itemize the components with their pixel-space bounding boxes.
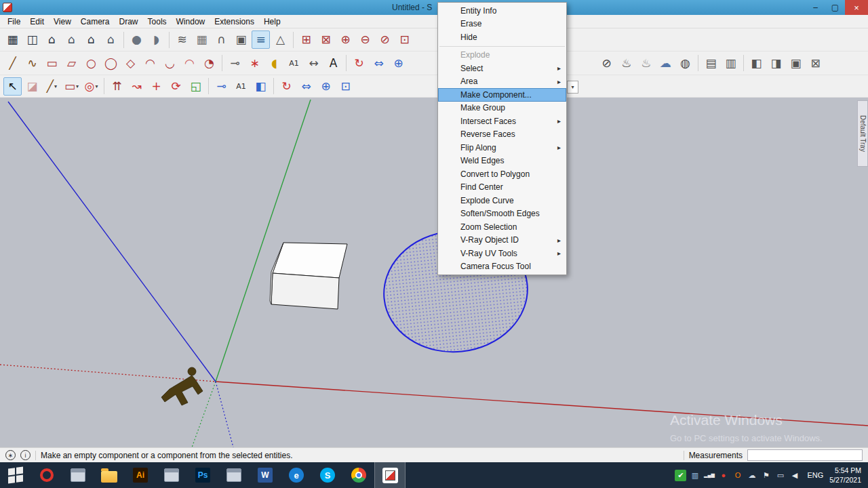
3d-warehouse-button[interactable]: ▦ (3, 30, 22, 49)
vray-lens-button[interactable]: ▣ (787, 54, 805, 73)
context-item-zoom-selection[interactable]: Zoom Selection (438, 220, 566, 234)
context-item-camera-focus-tool[interactable]: Camera Focus Tool (438, 260, 566, 274)
solid-subtract-button[interactable]: ⊖ (356, 30, 374, 49)
circle-tool-button[interactable]: ○ (82, 54, 100, 73)
language-indicator[interactable]: ENG (807, 471, 823, 479)
opera-taskbar-icon[interactable] (31, 462, 62, 488)
three-point-arc-button[interactable]: ◠ (180, 54, 199, 73)
photoshop-taskbar-icon[interactable]: Ps (187, 462, 218, 488)
security-status-icon[interactable]: ✔ (675, 470, 686, 481)
context-item-soften-smooth-edges[interactable]: Soften/Smooth Edges (438, 207, 566, 221)
line-tool-button[interactable]: ╱▾ (43, 77, 61, 96)
drawing-canvas[interactable]: Activate Windows Go to PC settings to ac… (0, 98, 868, 447)
house-model-button[interactable]: ⌂ (43, 30, 61, 49)
from-scratch-button[interactable]: ▦ (193, 30, 211, 49)
volume-icon[interactable]: ◀ (789, 470, 800, 481)
arc-tool-button[interactable]: ◠ (141, 54, 159, 73)
freehand-tool-button[interactable]: ∿ (23, 54, 41, 73)
vray-lock-button[interactable]: ⊠ (806, 54, 825, 73)
skype-taskbar-icon[interactable]: S (312, 462, 343, 488)
zoom-tool-button[interactable]: ⊕ (389, 54, 408, 73)
context-item-erase[interactable]: Erase (438, 18, 566, 31)
context-item-v-ray-uv-tools[interactable]: V-Ray UV Tools▸ (438, 247, 566, 260)
vray-cloud-button[interactable]: ☁ (656, 54, 675, 73)
default-tray-tab[interactable]: Default Tray (857, 100, 868, 167)
rotate-tool-button[interactable]: ⟳ (167, 77, 185, 96)
vray-render-button[interactable]: ♨ (617, 54, 635, 73)
context-item-weld-edges[interactable]: Weld Edges (438, 155, 566, 168)
drape-button[interactable]: ≡ (252, 30, 270, 49)
scale-figure[interactable] (161, 367, 203, 405)
shed-model-button[interactable]: ⌂ (62, 30, 81, 49)
vray-viewport-button[interactable]: ▥ (722, 54, 740, 73)
close-button[interactable]: × (845, 0, 868, 15)
scale-tool-button[interactable]: ◱ (186, 77, 205, 96)
context-item-convert-to-polygon[interactable]: Convert to Polygon (438, 167, 566, 181)
text-tool-button[interactable]: A1 (232, 77, 250, 96)
solid-split-button[interactable]: ⊡ (395, 30, 414, 49)
context-item-explode-curve[interactable]: Explode Curve (438, 194, 566, 207)
context-item-find-center[interactable]: Find Center (438, 181, 566, 195)
rectangle-tool-button[interactable]: ▭ (43, 54, 61, 73)
app-window-taskbar-icon-3[interactable] (218, 462, 250, 488)
orbit-tool-button[interactable]: ↻ (277, 77, 296, 96)
pan-tool-button[interactable]: ⇔ (370, 54, 388, 73)
measurements-input[interactable] (747, 449, 863, 461)
zoom-tool-button[interactable]: ⊕ (317, 77, 335, 96)
context-item-make-group[interactable]: Make Group (438, 102, 566, 115)
offset-tool-dropdown-icon[interactable]: ▾ (95, 83, 98, 89)
line-tool-dropdown-icon[interactable]: ▾ (54, 83, 57, 89)
sketchup-taskbar-icon[interactable] (374, 462, 406, 488)
pie-tool-button[interactable]: ◔ (200, 54, 218, 73)
vray-interactive-button[interactable]: ▤ (702, 54, 720, 73)
context-item-reverse-faces[interactable]: Reverse Faces (438, 128, 566, 142)
file-explorer-taskbar-icon[interactable] (94, 462, 125, 488)
vray-disabled-button[interactable]: ⊘ (597, 54, 616, 73)
solid-intersect-button[interactable]: ⊠ (317, 30, 335, 49)
illustrator-taskbar-icon[interactable]: Ai (125, 462, 156, 488)
add-detail-button[interactable]: △ (271, 30, 290, 49)
3d-text-button[interactable]: A (324, 54, 342, 73)
hidden-toolbar-dropdown-icon[interactable]: ▾ (567, 81, 578, 94)
vray-batch-render-button[interactable]: ♨ (637, 54, 655, 73)
barn-model-button[interactable]: ⌂ (102, 30, 120, 49)
menu-draw[interactable]: Draw (115, 17, 143, 26)
polygon-tool-button[interactable]: ◇ (121, 54, 140, 73)
minimize-button[interactable]: – (806, 0, 825, 15)
dimension-tool-button[interactable]: ↔ (304, 54, 323, 73)
cloud-tray-icon[interactable]: ☁ (746, 470, 757, 481)
context-item-intersect-faces[interactable]: Intersect Faces▸ (438, 115, 566, 128)
notification-red-icon[interactable]: ● (717, 470, 729, 481)
line-tool-button[interactable]: ╱ (3, 54, 22, 73)
rectangle-tool-dropdown-icon[interactable]: ▾ (76, 83, 79, 89)
context-item-hide[interactable]: Hide (438, 30, 566, 44)
select-tool-button[interactable]: ↖ (3, 77, 22, 96)
move-tool-button[interactable]: + (147, 77, 165, 96)
context-item-select[interactable]: Select▸ (438, 62, 566, 75)
dome-tool-button[interactable]: ◗ (147, 30, 165, 49)
eraser-tool-button[interactable]: ◪ (23, 77, 41, 96)
zoom-extents-button[interactable]: ⊡ (336, 77, 355, 96)
smoove-button[interactable]: ∩ (212, 30, 231, 49)
signal-strength-icon[interactable]: ▂▄▆ (703, 470, 715, 481)
offset-tool-button[interactable]: ◎▾ (82, 77, 100, 96)
geolocation-icon[interactable]: ∗ (5, 450, 16, 460)
menu-help[interactable]: Help (259, 17, 285, 26)
edge-taskbar-icon[interactable]: e (281, 462, 312, 488)
menu-extensions[interactable]: Extensions (210, 17, 259, 26)
cabin-model-button[interactable]: ⌂ (82, 30, 100, 49)
vray-asset-sync-button[interactable]: ◍ (676, 54, 694, 73)
maximize-button[interactable]: ▢ (825, 0, 845, 15)
menu-edit[interactable]: Edit (25, 17, 49, 26)
rectangle-tool-button[interactable]: ▭▾ (62, 77, 81, 96)
from-contours-button[interactable]: ≋ (173, 30, 191, 49)
menu-tools[interactable]: Tools (143, 17, 172, 26)
orbit-tool-button[interactable]: ↻ (350, 54, 368, 73)
tape-measure-button[interactable]: ⊸ (226, 54, 244, 73)
outer-shell-button[interactable]: ⊞ (297, 30, 315, 49)
chrome-taskbar-icon[interactable] (343, 462, 374, 488)
context-item-entity-info[interactable]: Entity Info (438, 4, 566, 18)
two-point-arc-button[interactable]: ◡ (161, 54, 179, 73)
rotated-rectangle-button[interactable]: ▱ (62, 54, 81, 73)
protractor-button[interactable]: ◖ (265, 54, 283, 73)
